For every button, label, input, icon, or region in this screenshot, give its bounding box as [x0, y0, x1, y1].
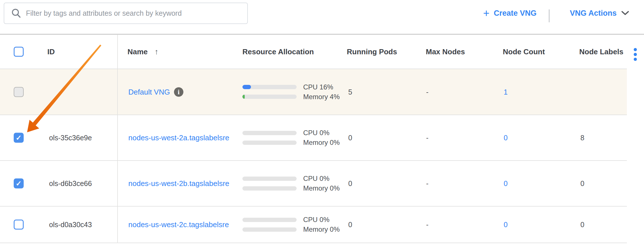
row-name: Default VNG i: [128, 87, 183, 97]
row-name-link[interactable]: nodes-us-west-2b.tagslabelsre: [128, 179, 229, 188]
node-labels-value: 8: [580, 134, 584, 142]
max-nodes-value: -: [426, 221, 428, 229]
resource-allocation: CPU 16% Memory 4%: [242, 83, 340, 101]
row-name: nodes-us-west-2c.tagslabelsre: [128, 220, 229, 229]
table-row: ols-d0a30c43 nodes-us-west-2c.tagslabels…: [0, 207, 627, 243]
memory-label: Memory 4%: [303, 93, 340, 101]
column-header-running-pods: Running Pods: [347, 47, 397, 56]
create-vng-label: Create VNG: [494, 9, 536, 18]
cpu-bar: [242, 85, 297, 89]
row-id: ols-35c36e9e: [49, 134, 92, 142]
table-row: Default VNG i CPU 16% Memory 4% 5 - 1: [0, 69, 627, 115]
running-pods-value: 0: [348, 134, 352, 142]
memory-label: Memory 0%: [303, 139, 340, 147]
row-name-link[interactable]: nodes-us-west-2c.tagslabelsre: [128, 220, 229, 229]
column-options-kebab-icon[interactable]: [634, 48, 637, 63]
resource-allocation: CPU 0% Memory 0%: [242, 129, 340, 147]
row-border: [0, 69, 627, 69]
running-pods-value: 0: [348, 221, 352, 229]
row-border: [0, 206, 627, 207]
cpu-bar: [242, 131, 297, 135]
running-pods-value: 0: [348, 179, 352, 188]
search-icon: [11, 8, 21, 19]
info-icon[interactable]: i: [174, 87, 183, 97]
max-nodes-value: -: [426, 134, 428, 142]
max-nodes-value: -: [426, 179, 428, 188]
memory-bar-fill: [242, 95, 245, 99]
select-all-checkbox[interactable]: [14, 47, 24, 57]
toolbar-divider: [549, 9, 550, 22]
column-header-resource-allocation: Resource Allocation: [242, 47, 314, 56]
row-checkbox[interactable]: [14, 220, 24, 230]
row-checkbox[interactable]: [14, 87, 24, 97]
vng-actions-button[interactable]: VNG Actions: [570, 9, 629, 18]
cpu-bar-fill: [242, 85, 251, 89]
id-name-column-divider: [117, 35, 118, 243]
cpu-label: CPU 0%: [303, 175, 329, 183]
node-labels-value: 0: [580, 221, 584, 229]
row-name-link[interactable]: Default VNG: [128, 87, 170, 96]
table-row: ✓ ols-35c36e9e nodes-us-west-2a.tagslabe…: [0, 115, 627, 160]
row-name-link[interactable]: nodes-us-west-2a.tagslabelsre: [128, 133, 229, 142]
running-pods-value: 5: [348, 88, 352, 96]
cpu-label: CPU 0%: [303, 216, 329, 224]
memory-bar: [242, 186, 297, 191]
memory-bar: [242, 141, 297, 145]
resource-allocation: CPU 0% Memory 0%: [242, 216, 340, 233]
row-border: [0, 160, 627, 161]
resource-allocation: CPU 0% Memory 0%: [242, 175, 340, 192]
node-labels-value: 0: [580, 179, 584, 188]
row-id: ols-d0a30c43: [49, 221, 92, 229]
row-border: [0, 115, 627, 115]
node-count-link[interactable]: 0: [504, 179, 508, 188]
create-vng-button[interactable]: + Create VNG: [483, 8, 536, 19]
cpu-label: CPU 0%: [303, 129, 329, 137]
table-row: ✓ ols-d6b3ce66 nodes-us-west-2b.tagslabe…: [0, 161, 627, 206]
memory-bar: [242, 227, 297, 232]
row-checkbox[interactable]: ✓: [14, 179, 24, 189]
plus-icon: +: [483, 8, 489, 19]
filter-search-box[interactable]: [4, 3, 248, 24]
node-count-link[interactable]: 0: [504, 134, 508, 142]
max-nodes-value: -: [426, 88, 428, 96]
vng-actions-label: VNG Actions: [570, 9, 617, 18]
table-header: ID Name ↑ Resource Allocation Running Po…: [0, 35, 644, 69]
vng-table-page: + Create VNG VNG Actions ID Name ↑ Resou…: [0, 0, 644, 244]
search-input[interactable]: [26, 5, 247, 22]
column-header-name[interactable]: Name: [127, 47, 148, 56]
memory-bar: [242, 95, 297, 99]
sort-ascending-icon[interactable]: ↑: [155, 47, 159, 56]
cpu-bar: [242, 177, 297, 181]
memory-label: Memory 0%: [303, 225, 340, 233]
cpu-bar: [242, 218, 297, 222]
column-header-id: ID: [47, 47, 55, 56]
row-name: nodes-us-west-2a.tagslabelsre: [128, 133, 229, 142]
cpu-label: CPU 16%: [303, 83, 333, 91]
node-count-link[interactable]: 1: [504, 88, 508, 96]
row-name: nodes-us-west-2b.tagslabelsre: [128, 179, 229, 188]
row-border: [0, 243, 627, 243]
column-header-max-nodes: Max Nodes: [426, 47, 465, 56]
chevron-down-icon: [621, 11, 629, 16]
column-header-node-count: Node Count: [503, 47, 545, 56]
row-id: ols-d6b3ce66: [49, 179, 92, 188]
row-checkbox[interactable]: ✓: [14, 133, 24, 143]
column-header-node-labels: Node Labels: [579, 47, 623, 56]
memory-label: Memory 0%: [303, 184, 340, 192]
node-count-link[interactable]: 0: [504, 221, 508, 229]
